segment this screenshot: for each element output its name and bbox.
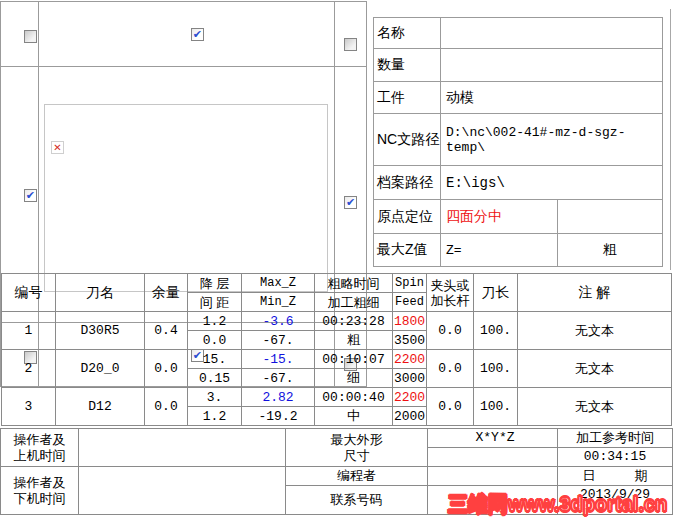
tool-row-step-over: 0.0 [188,331,242,350]
nc-path-label: NC文路径 [374,114,441,166]
operator-on-value [79,429,286,467]
tool-row-spin: 1800 [393,312,427,331]
max-z-label: 最大Z值 [374,234,441,267]
tool-row-note: 无文本 [518,312,672,350]
tool-row-step-down: 3. [188,388,242,407]
tool-row-spin: 2200 [393,350,427,369]
tool-row: 3 D12 0.0 3. 2.82 00:00:40 2200 0.0 100.… [2,388,672,407]
tool-row-feed: 3500 [393,331,427,350]
checkbox-cell [1,2,39,67]
tool-table: 编号 刀名 余量 降 层 Max_Z 粗略时间 Spin 夹头或 加长杆 刀长 … [1,273,672,426]
col-header-min-z: Min_Z [242,293,315,312]
tool-row-finish: 粗 [315,331,393,350]
tool-row-min-z: -67. [242,331,315,350]
checkmark-icon: ✔ [346,197,355,208]
operator-off-value [79,467,286,515]
col-header-holder: 夹头或 加长杆 [427,274,474,312]
workpiece-label: 工件 [374,82,441,114]
tool-row-holder: 0.0 [427,388,474,426]
max-z-value: Z= [441,234,558,267]
col-header-finish: 加工粗细 [315,293,393,312]
tool-row-feed: 3000 [393,369,427,388]
nc-path-value: D:\nc\002-41#-mz-d-sgz-temp\ [441,114,663,166]
tool-row-allowance: 0.4 [145,312,188,350]
tool-row-length: 100. [474,312,518,350]
programmer-label: 编程者 [286,467,428,486]
tool-row-step-over: 0.15 [188,369,242,388]
tool-row-allowance: 0.0 [145,388,188,426]
max-size-label: 最大外形 尺寸 [286,429,428,467]
tool-row-max-z: -15. [242,350,315,369]
broken-image-icon: ✕ [51,141,64,154]
col-header-note: 注 解 [518,274,672,312]
tool-row-max-z: -3.6 [242,312,315,331]
tool-row-min-z: -19.2 [242,407,315,426]
tool-row-no: 1 [2,312,56,350]
tool-row-step-over: 1.2 [188,407,242,426]
tool-row-note: 无文本 [518,350,672,388]
tool-row-step-down: 1.2 [188,312,242,331]
checkmark-icon: ✔ [26,190,35,201]
checkbox-cell: ✔ [39,2,335,67]
tool-row-rough-time: 00:00:40 [315,388,393,407]
name-label: 名称 [374,18,441,49]
watermark: 三维网www.3dportal.cn [448,491,667,517]
archive-path-label: 档案路径 [374,166,441,200]
quantity-value [441,49,663,82]
col-header-tool: 刀名 [56,274,145,312]
tool-row-no: 2 [2,350,56,388]
tool-row-finish: 中 [315,407,393,426]
quantity-label: 数量 [374,49,441,82]
tool-row-length: 100. [474,388,518,426]
programmer-value [428,467,558,486]
archive-path-value: E:\igs\ [441,166,663,200]
col-header-step-over: 间 距 [188,293,242,312]
tool-row-feed: 2000 [393,407,427,426]
tool-row-holder: 0.0 [427,312,474,350]
job-info-form: 名称 数量 工件 动模 NC文路径 D:\nc\002-41#-mz-d-sgz… [373,17,663,267]
tool-row-name: D20_0 [56,350,145,388]
tool-row-no: 3 [2,388,56,426]
col-header-feed: Feed [393,293,427,312]
checkmark-icon: ✔ [193,29,202,40]
col-header-max-z: Max_Z [242,274,315,293]
image-placeholder: ✕ [44,104,328,292]
checkbox-top-left[interactable] [24,30,37,43]
operator-off-label: 操作者及 下机时间 [1,467,79,515]
operator-on-label: 操作者及 上机时间 [1,429,79,467]
max-z-rough-value: 粗 [558,234,663,267]
tool-row-name: D30R5 [56,312,145,350]
checkbox-cell [335,2,367,67]
tool-row-note: 无文本 [518,388,672,426]
origin-extra-cell [558,200,663,234]
tool-row-rough-time: 00:23:28 [315,312,393,331]
date-label: 日 期 [558,467,673,486]
col-header-rough-time: 粗略时间 [315,274,393,293]
workpiece-value: 动模 [441,82,663,114]
tool-row-rough-time: 00:10:07 [315,350,393,369]
col-header-allowance: 余量 [145,274,188,312]
tool-row-allowance: 0.0 [145,350,188,388]
origin-value: 四面分中 [441,200,558,234]
col-header-tool-length: 刀长 [474,274,518,312]
name-value [441,18,663,49]
tool-row: 1 D30R5 0.4 1.2 -3.6 00:23:28 1800 0.0 1… [2,312,672,331]
outer-frame-line [670,9,671,270]
max-size-value: X*Y*Z [428,429,558,448]
checkbox-top-center[interactable]: ✔ [191,28,204,41]
col-header-spin: Spin [393,274,427,293]
tool-row-length: 100. [474,350,518,388]
ref-time-value: 00:34:15 [558,448,673,467]
tool-row-name: D12 [56,388,145,426]
tool-row-max-z: 2.82 [242,388,315,407]
nc-job-sheet: { "colors": { "red_value": "#ee1111", "b… [0,0,674,517]
max-size-value2 [428,448,558,467]
tool-row-finish: 细 [315,369,393,388]
checkbox-mid-right[interactable]: ✔ [344,196,357,209]
checkbox-top-right[interactable] [344,38,357,51]
checkbox-mid-left[interactable]: ✔ [24,189,37,202]
tool-row: 2 D20_0 0.0 15. -15. 00:10:07 2200 0.0 1… [2,350,672,369]
ref-time-label: 加工参考时间 [558,429,673,448]
origin-label: 原点定位 [374,200,441,234]
tool-row-step-down: 15. [188,350,242,369]
